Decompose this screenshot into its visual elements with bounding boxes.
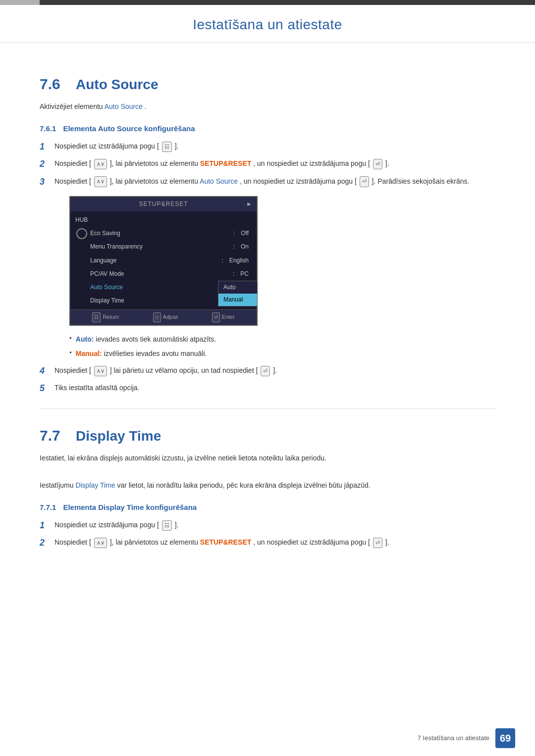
- section-divider: [40, 408, 495, 409]
- section-7-7-header: 7.7 Display Time: [40, 424, 495, 448]
- section-7-6-header: 7.6 Auto Source: [40, 72, 495, 96]
- subsection-7-6-1-header: 7.6.1 Elementa Auto Source konfigurēšana: [40, 123, 495, 135]
- subsection-7-6-1-number: 7.6.1: [40, 123, 56, 135]
- section-7-6-title: Auto Source: [76, 74, 158, 96]
- step-2-text: Nospiediet [ ∧∨ ], lai pārvietotos uz el…: [54, 158, 495, 169]
- menu-item-pcav: PC/AV Mode : PC: [70, 267, 257, 281]
- step-3-text: Nospiediet [ ∧∨ ], lai pārvietotos uz el…: [54, 176, 495, 187]
- auto-source-step-5: 5 Tiks iestatīta atlasītā opcija.: [40, 382, 495, 395]
- auto-source-intro: Aktivizējiet elementu Auto Source .: [40, 101, 495, 112]
- bullet-auto: ● Auto: ievades avots tiek automātiski a…: [69, 334, 495, 345]
- nav-icon-dt2: ∧∨: [94, 538, 107, 549]
- menu-item-transparency: Menu Transparency : On: [70, 240, 257, 253]
- subsection-7-7-1-title: Elementa Display Time konfigurēšana: [63, 502, 197, 513]
- adjust-icon: ◇: [153, 312, 161, 322]
- enter-icon: ⏎: [212, 312, 220, 322]
- enter-icon-3: ⏎: [360, 176, 369, 187]
- nav-icon-3: ∧∨: [94, 176, 107, 187]
- menu-item-autosource: Auto Source : Auto Manual: [70, 281, 257, 294]
- menu-item-hub: HUB: [70, 213, 257, 227]
- menu-bottom-bar: ☷ Return ◇ Adjust ⏎ Enter: [70, 309, 257, 325]
- auto-source-steps-45: 4 Nospiediet [ ∧∨ ] lai pārietu uz vēlam…: [40, 365, 495, 395]
- footer-page-number: 69: [495, 728, 515, 748]
- menu-item-language: Language : English: [70, 254, 257, 267]
- section-7-7-title: Display Time: [76, 425, 161, 448]
- display-time-intro-1: Iestatiet, lai ekrāna displejs automātis…: [40, 453, 495, 463]
- menu-return: ☷ Return: [92, 312, 119, 322]
- nav-icon-2: ∧∨: [94, 159, 107, 170]
- subsection-7-6-1-title: Elementa Auto Source konfigurēšana: [63, 123, 195, 135]
- footer-section-text: 7 Iestatīšana un atiestate: [418, 733, 489, 744]
- display-time-steps: 1 Nospiediet uz izstrādājuma pogu [ ☷ ].…: [40, 519, 495, 549]
- bullet-manual: ● Manual: izvēlieties ievades avotu manu…: [69, 348, 495, 359]
- step-4-text: Nospiediet [ ∧∨ ] lai pārietu uz vēlamo …: [54, 365, 495, 376]
- section-7-7-number: 7.7: [40, 424, 67, 448]
- enter-icon-dt2: ⏎: [373, 538, 382, 549]
- menu-title: SETUP&RESET ►: [70, 197, 257, 211]
- page-title-bar: Iestatīšana un atiestate: [0, 5, 535, 43]
- display-time-intro-2: Iestatījumu Display Time var lietot, lai…: [40, 480, 495, 491]
- auto-source-step-2: 2 Nospiediet [ ∧∨ ], lai pārvietotos uz …: [40, 158, 495, 170]
- enter-icon-2: ⏎: [373, 159, 382, 170]
- subsection-7-7-1-header: 7.7.1 Elementa Display Time konfigurēšan…: [40, 502, 495, 513]
- dt-step-2-text: Nospiediet [ ∧∨ ], lai pārvietotos uz el…: [54, 537, 495, 548]
- submenu-auto: Auto: [218, 281, 257, 294]
- auto-source-step-3: 3 Nospiediet [ ∧∨ ], lai pārvietotos uz …: [40, 176, 495, 188]
- menu-arrow: ►: [246, 200, 253, 209]
- menu-item-eco: Eco Saving : Off: [70, 227, 257, 240]
- menu-icon-1: ☷: [162, 142, 172, 152]
- section-7-6-number: 7.6: [40, 72, 67, 96]
- display-time-step-1: 1 Nospiediet uz izstrādājuma pogu [ ☷ ].: [40, 519, 495, 532]
- content-area: 7.6 Auto Source Aktivizējiet elementu Au…: [0, 43, 535, 574]
- page-title: Iestatīšana un atiestate: [0, 14, 535, 36]
- nav-icon-4: ∧∨: [94, 366, 107, 377]
- auto-source-step-4: 4 Nospiediet [ ∧∨ ] lai pārietu uz vēlam…: [40, 365, 495, 377]
- subsection-7-7-1-number: 7.7.1: [40, 502, 56, 513]
- menu-adjust: ◇ Adjust: [153, 312, 178, 322]
- autosource-submenu: Auto Manual: [218, 281, 258, 306]
- menu-icon-dt1: ☷: [162, 520, 172, 531]
- step-1-text: Nospiediet uz izstrādājuma pogu [ ☷ ].: [54, 141, 495, 152]
- enter-icon-4: ⏎: [261, 366, 270, 377]
- auto-source-bullet-list: ● Auto: ievades avots tiek automātiski a…: [69, 334, 495, 359]
- page-footer: 7 Iestatīšana un atiestate 69: [418, 728, 515, 748]
- auto-source-step-1: 1 Nospiediet uz izstrādājuma pogu [ ☷ ].: [40, 141, 495, 153]
- dt-step-1-text: Nospiediet uz izstrādājuma pogu [ ☷ ].: [54, 519, 495, 531]
- menu-screenshot: SETUP&RESET ► HUB Eco Saving : Off Menu …: [69, 196, 258, 326]
- menu-enter: ⏎ Enter: [212, 312, 235, 322]
- return-icon: ☷: [92, 312, 101, 322]
- step-5-text: Tiks iestatīta atlasītā opcija.: [54, 382, 495, 393]
- top-decorative-bar: [0, 0, 535, 5]
- auto-source-steps: 1 Nospiediet uz izstrādājuma pogu [ ☷ ].…: [40, 141, 495, 188]
- menu-items-list: HUB Eco Saving : Off Menu Transparency :…: [70, 211, 257, 309]
- display-time-step-2: 2 Nospiediet [ ∧∨ ], lai pārvietotos uz …: [40, 537, 495, 549]
- submenu-manual: Manual: [218, 294, 257, 306]
